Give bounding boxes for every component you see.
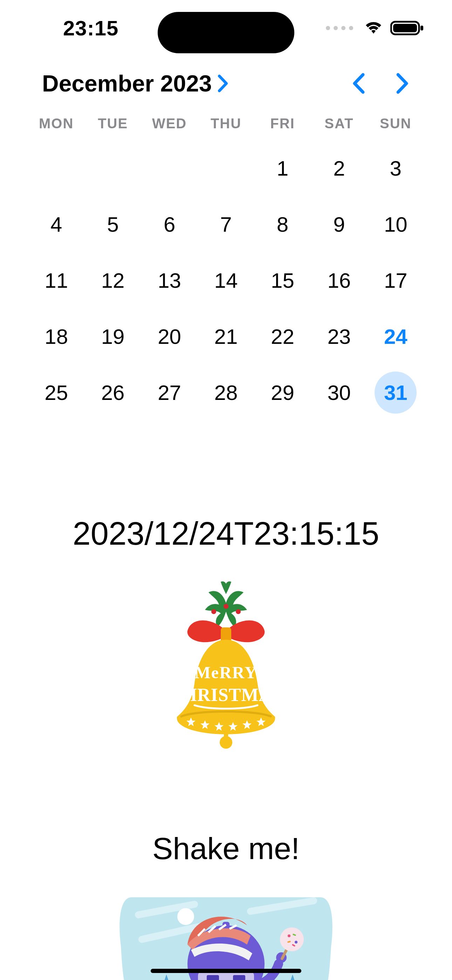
weekday-label: SAT [311,116,367,131]
calendar-day-number: 26 [92,372,134,414]
svg-point-23 [177,908,194,925]
calendar-day[interactable]: 21 [197,309,254,364]
shake-me-label: Shake me! [0,831,452,866]
calendar-day-number: 13 [148,259,191,301]
robot-image[interactable]: .NET [118,883,334,980]
calendar-grid: 1234567891011121314151617181920212223242… [0,140,452,421]
calendar-day-number: 3 [374,147,417,189]
svg-rect-14 [207,975,219,980]
dynamic-island [158,12,294,53]
calendar-day[interactable]: 27 [141,364,197,421]
calendar-day[interactable]: 3 [368,140,424,196]
battery-icon [390,20,424,36]
calendar-day-number: 8 [261,203,304,245]
calendar-day-number: 24 [374,315,417,358]
calendar-day-number: 19 [92,315,134,358]
svg-point-4 [236,609,241,614]
svg-point-3 [211,609,216,614]
calendar-day[interactable]: 13 [141,252,197,309]
next-month-button[interactable] [395,72,410,95]
calendar-day-number: 4 [35,203,78,245]
calendar-day[interactable]: 7 [197,196,254,252]
calendar-day-number: 12 [92,259,134,301]
cellular-dots-icon [326,26,353,30]
calendar-day[interactable]: 30 [311,364,367,421]
weekday-label: WED [141,116,197,131]
calendar-day[interactable]: 18 [28,309,84,364]
christmas-bell-image: MeRRY CHRISTMAS [153,578,299,755]
svg-rect-8 [224,733,228,740]
weekday-label: THU [197,116,254,131]
calendar-day[interactable]: 29 [255,364,311,421]
status-right [326,20,424,36]
calendar-day[interactable]: 9 [311,196,367,252]
calendar-day-number: 9 [318,203,360,245]
svg-point-5 [224,604,228,609]
calendar-day-number: 30 [318,372,360,414]
calendar-day-number: 1 [261,147,304,189]
weekday-label: FRI [255,116,311,131]
month-picker-button[interactable]: December 2023 [42,70,229,97]
svg-rect-15 [233,975,245,980]
calendar-day-number: 28 [205,372,247,414]
calendar-day-number: 7 [205,203,247,245]
calendar-day-number: 2 [318,147,360,189]
calendar-day-number: 21 [205,315,247,358]
calendar-day[interactable]: 12 [84,252,141,309]
calendar-day[interactable]: 28 [197,364,254,421]
calendar-day-number: 27 [148,372,191,414]
weekday-label: SUN [368,116,424,131]
calendar-day[interactable]: 8 [255,196,311,252]
calendar-day[interactable]: 19 [84,309,141,364]
calendar-day-number: 14 [205,259,247,301]
calendar-day[interactable]: 16 [311,252,367,309]
svg-point-26 [280,928,304,951]
svg-point-27 [288,934,290,937]
prev-month-button[interactable] [351,72,366,95]
calendar-day-empty [28,140,84,196]
calendar-day[interactable]: 10 [368,196,424,252]
weekday-label: MON [28,116,84,131]
calendar-day[interactable]: 1 [255,140,311,196]
calendar-day[interactable]: 17 [368,252,424,309]
calendar-day[interactable]: 23 [311,309,367,364]
calendar-day[interactable]: 14 [197,252,254,309]
timestamp-label: 2023/12/24T23:15:15 [0,515,452,552]
calendar-day-number: 10 [374,203,417,245]
calendar-day-number: 17 [374,259,417,301]
calendar-day-number: 29 [261,372,304,414]
svg-point-30 [295,941,298,943]
calendar-day[interactable]: 5 [84,196,141,252]
calendar-day-number: 16 [318,259,360,301]
calendar-header: December 2023 [0,70,452,97]
calendar-day-number: 11 [35,259,78,301]
status-time: 23:15 [63,16,118,40]
calendar-day-number: 23 [318,315,360,358]
calendar-day-number: 22 [261,315,304,358]
calendar-day[interactable]: 25 [28,364,84,421]
calendar-day-number: 15 [261,259,304,301]
calendar-day-empty [197,140,254,196]
calendar-day[interactable]: 11 [28,252,84,309]
calendar-day[interactable]: 15 [255,252,311,309]
calendar-day-empty [141,140,197,196]
calendar-day[interactable]: 31 [368,364,424,421]
calendar-day-number: 25 [35,372,78,414]
calendar-day-number: 18 [35,315,78,358]
calendar-day[interactable]: 24 [368,309,424,364]
month-label: December 2023 [42,70,212,97]
weekday-row: MON TUE WED THU FRI SAT SUN [0,116,452,131]
calendar-day[interactable]: 6 [141,196,197,252]
calendar-day[interactable]: 26 [84,364,141,421]
calendar-day-number: 5 [92,203,134,245]
calendar-day[interactable]: 2 [311,140,367,196]
chevron-right-icon [217,75,229,92]
bell-text-line2: CHRISTMAS [169,685,283,705]
calendar-day-number: 20 [148,315,191,358]
calendar-day-number: 31 [374,372,417,414]
calendar-day-empty [84,140,141,196]
weekday-label: TUE [84,116,141,131]
calendar-day[interactable]: 20 [141,309,197,364]
calendar-day[interactable]: 4 [28,196,84,252]
calendar-day[interactable]: 22 [255,309,311,364]
